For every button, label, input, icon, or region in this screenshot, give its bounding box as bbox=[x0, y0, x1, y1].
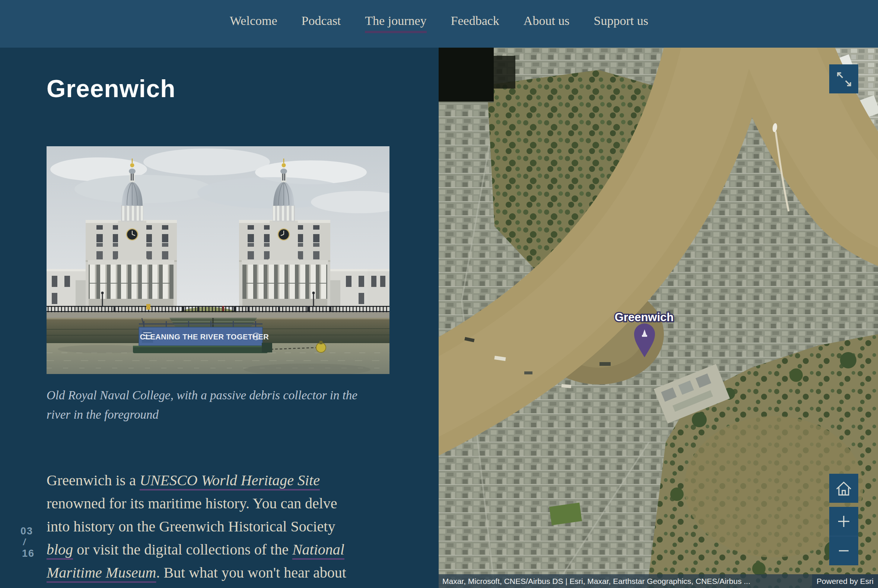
top-nav: WelcomePodcastThe journeyFeedbackAbout u… bbox=[0, 0, 878, 48]
caption-line: Old Royal Naval College, with a passive … bbox=[47, 388, 358, 402]
map-place-label: Greenwich bbox=[615, 311, 674, 324]
nav-item-the-journey[interactable]: The journey bbox=[365, 15, 426, 33]
page-indicator-current: 03 bbox=[21, 525, 35, 537]
photo-caption: Old Royal Naval College, with a passive … bbox=[47, 386, 404, 424]
fullscreen-button[interactable] bbox=[829, 64, 858, 93]
plus-icon bbox=[829, 507, 858, 536]
satellite-map-canvas: Greenwich bbox=[439, 48, 878, 588]
nav-item-about-us[interactable]: About us bbox=[523, 15, 570, 33]
satellite-map[interactable]: Greenwich bbox=[439, 48, 878, 588]
page-indicator: 03 / 16 bbox=[21, 525, 35, 559]
home-icon bbox=[829, 474, 858, 503]
article-text: renowned for its maritime history. You c… bbox=[47, 495, 337, 512]
article-text: . But what you won't hear about bbox=[156, 564, 346, 581]
article-text: or visit the digital collections of the bbox=[73, 541, 292, 558]
nav-item-feedback[interactable]: Feedback bbox=[451, 15, 499, 33]
nav-item-support-us[interactable]: Support us bbox=[594, 15, 648, 33]
page-indicator-separator: / bbox=[23, 537, 35, 548]
barge-banner-text: CLEANING THE RIVER TOGETHER bbox=[140, 333, 269, 341]
nav-item-welcome[interactable]: Welcome bbox=[230, 15, 277, 33]
caption-line: river in the foreground bbox=[47, 408, 159, 421]
article-link[interactable]: National bbox=[292, 541, 344, 558]
minus-icon bbox=[829, 536, 858, 565]
article-paragraph: Greenwich is a UNESCO World Heritage Sit… bbox=[47, 469, 422, 584]
article-text: into history on the Greenwich Historical… bbox=[47, 518, 335, 535]
article-link[interactable]: UNESCO World Heritage Site bbox=[140, 472, 320, 489]
zoom-in-button[interactable] bbox=[829, 507, 858, 536]
article-link[interactable]: blog bbox=[47, 541, 73, 558]
article-text: Greenwich is a bbox=[47, 472, 140, 489]
zoom-out-button[interactable] bbox=[829, 536, 858, 565]
page-title: Greenwich bbox=[47, 74, 175, 103]
naval-college-photo: CLEANING THE RIVER TOGETHER bbox=[47, 146, 389, 374]
content-panel: Greenwich bbox=[0, 48, 439, 588]
article-link[interactable]: Maritime Museum bbox=[47, 564, 156, 581]
expand-arrows-icon bbox=[829, 64, 858, 93]
page-indicator-total: 16 bbox=[22, 548, 35, 559]
zoom-controls bbox=[829, 507, 858, 565]
powered-by-esri[interactable]: Powered by Esri bbox=[812, 574, 878, 588]
nav-item-podcast[interactable]: Podcast bbox=[302, 15, 341, 33]
home-extent-button[interactable] bbox=[829, 474, 858, 503]
